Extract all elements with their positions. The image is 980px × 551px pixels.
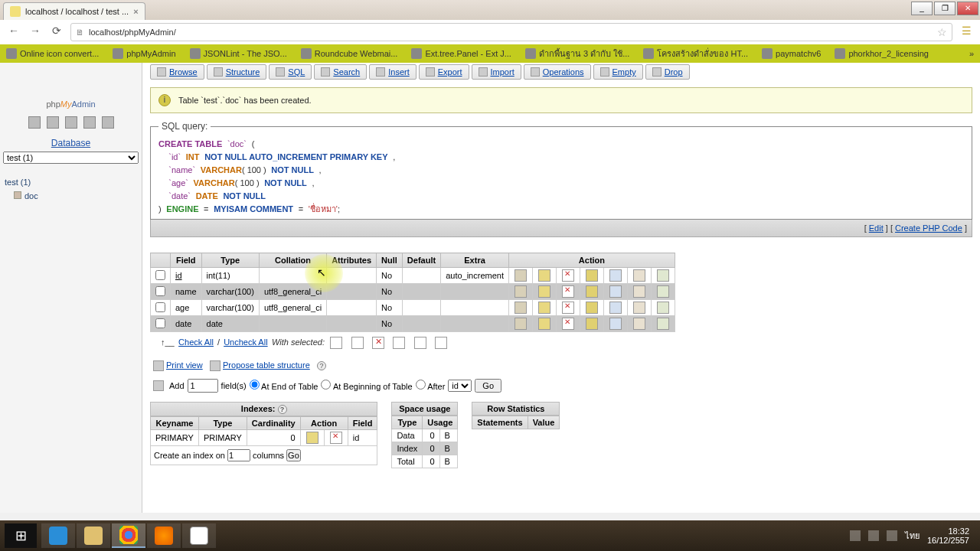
index-cols-input[interactable] xyxy=(227,449,250,461)
row-browse-icon[interactable] xyxy=(514,269,527,282)
task-app-ie[interactable] xyxy=(41,523,75,548)
tab-drop[interactable]: Drop xyxy=(645,64,690,80)
tab-insert[interactable]: Insert xyxy=(369,64,416,80)
ws-browse-icon[interactable] xyxy=(330,337,342,349)
pos-end-radio[interactable] xyxy=(250,380,260,390)
database-select[interactable]: test (1) xyxy=(3,152,139,164)
window-minimize-button[interactable]: _ xyxy=(911,2,933,15)
tab-structure[interactable]: Structure xyxy=(207,64,267,80)
row-drop-icon[interactable] xyxy=(562,269,574,282)
window-maximize-button[interactable]: ❐ xyxy=(934,2,956,15)
index-go-button[interactable]: Go xyxy=(286,449,301,461)
task-app-recorder[interactable] xyxy=(182,523,216,548)
bookmark-item[interactable]: โครงสร้างดำสั่งของ HT... xyxy=(643,47,748,60)
pos-after-radio[interactable] xyxy=(416,380,426,390)
browser-tab[interactable]: localhost / localhost / test ... × xyxy=(3,2,145,20)
help-icon[interactable]: ? xyxy=(278,405,287,414)
tab-sql[interactable]: SQL xyxy=(269,64,312,80)
ws-unique-icon[interactable] xyxy=(414,337,426,349)
propose-structure-link[interactable]: Propose table structure xyxy=(223,360,310,370)
row-primary-icon[interactable] xyxy=(586,269,598,282)
row-unique-icon[interactable] xyxy=(609,318,622,330)
index-edit-icon[interactable] xyxy=(306,432,318,444)
menu-icon[interactable]: ☰ xyxy=(959,24,974,40)
ws-index-icon[interactable] xyxy=(435,337,447,349)
row-fulltext-icon[interactable] xyxy=(657,269,669,282)
sql-create-php-link[interactable]: Create PHP Code xyxy=(895,223,962,233)
task-app-chrome[interactable] xyxy=(112,523,145,548)
row-unique-icon[interactable] xyxy=(609,302,622,314)
tab-operations[interactable]: Operations xyxy=(524,64,591,80)
check-all-link[interactable]: Check All xyxy=(178,337,214,347)
row-index-icon[interactable] xyxy=(633,302,645,314)
row-index-icon[interactable] xyxy=(633,285,645,298)
bookmark-item[interactable]: Ext.tree.Panel - Ext J... xyxy=(411,48,511,59)
row-fulltext-icon[interactable] xyxy=(657,302,669,314)
home-icon[interactable] xyxy=(28,116,41,129)
ws-primary-icon[interactable] xyxy=(393,337,405,349)
row-edit-icon[interactable] xyxy=(538,269,550,282)
logout-icon[interactable] xyxy=(47,116,59,129)
row-drop-icon[interactable] xyxy=(562,302,574,314)
tray-icon[interactable] xyxy=(887,530,897,541)
row-unique-icon[interactable] xyxy=(609,285,622,298)
tab-export[interactable]: Export xyxy=(419,64,469,80)
sql-edit-link[interactable]: Edit xyxy=(869,223,884,233)
bookmarks-overflow-icon[interactable]: » xyxy=(969,49,974,58)
ws-edit-icon[interactable] xyxy=(351,337,364,349)
start-button[interactable]: ⊞ xyxy=(5,523,37,548)
row-index-icon[interactable] xyxy=(633,269,645,282)
row-primary-icon[interactable] xyxy=(586,285,598,298)
bookmark-item[interactable]: phorkhor_2_licensing xyxy=(835,48,929,59)
ws-drop-icon[interactable]: ✕ xyxy=(372,337,384,349)
bookmark-item[interactable]: JSONLint - The JSO... xyxy=(190,48,287,59)
bookmark-item[interactable]: phpMyAdmin xyxy=(113,48,175,59)
tray-icon[interactable] xyxy=(850,530,861,541)
row-browse-icon[interactable] xyxy=(514,318,527,330)
nav-forward-icon[interactable]: → xyxy=(28,24,43,40)
task-app-explorer[interactable] xyxy=(77,523,110,548)
pos-begin-radio[interactable] xyxy=(321,380,331,390)
row-drop-icon[interactable] xyxy=(562,318,574,330)
sql-icon[interactable] xyxy=(65,116,77,129)
db-tree-table[interactable]: doc xyxy=(3,190,139,202)
row-checkbox[interactable] xyxy=(155,286,165,296)
row-primary-icon[interactable] xyxy=(586,318,598,330)
window-close-button[interactable]: ✕ xyxy=(957,2,978,15)
help-icon[interactable]: ? xyxy=(317,361,326,370)
row-drop-icon[interactable] xyxy=(562,285,574,298)
row-browse-icon[interactable] xyxy=(514,285,527,298)
row-unique-icon[interactable] xyxy=(609,269,622,282)
row-browse-icon[interactable] xyxy=(514,302,527,314)
tab-close-icon[interactable]: × xyxy=(133,7,138,16)
nav-reload-icon[interactable]: ⟳ xyxy=(49,24,64,40)
tray-lang[interactable]: ไทย xyxy=(905,529,920,543)
row-checkbox[interactable] xyxy=(155,270,165,280)
tab-search[interactable]: Search xyxy=(314,64,367,80)
row-checkbox[interactable] xyxy=(155,318,165,328)
row-edit-icon[interactable] xyxy=(538,285,550,298)
nav-back-icon[interactable]: ← xyxy=(6,24,21,40)
row-fulltext-icon[interactable] xyxy=(657,318,669,330)
tab-empty[interactable]: Empty xyxy=(593,64,643,80)
task-app-firefox[interactable] xyxy=(147,523,181,548)
row-fulltext-icon[interactable] xyxy=(657,285,669,298)
star-icon[interactable]: ☆ xyxy=(937,26,947,38)
row-edit-icon[interactable] xyxy=(538,318,550,330)
address-bar[interactable]: 🗎 localhost/phpMyAdmin/ ☆ xyxy=(70,23,952,41)
print-view-link[interactable]: Print view xyxy=(166,360,203,370)
bookmark-item[interactable]: ดำกพื้นฐาน 3 ดำกับ ใช้... xyxy=(525,47,629,60)
index-drop-icon[interactable] xyxy=(330,432,342,444)
taskbar-clock[interactable]: 18:3216/12/2557 xyxy=(927,527,969,545)
reload-icon[interactable] xyxy=(102,116,114,129)
bookmark-item[interactable]: Roundcube Webmai... xyxy=(301,48,398,59)
add-count-input[interactable] xyxy=(188,379,218,393)
row-index-icon[interactable] xyxy=(633,318,645,330)
bookmark-item[interactable]: paymatchv6 xyxy=(762,48,821,59)
tab-browse[interactable]: Browse xyxy=(150,64,204,80)
docs-icon[interactable] xyxy=(83,116,96,129)
tab-import[interactable]: Import xyxy=(472,64,521,80)
row-primary-icon[interactable] xyxy=(586,302,598,314)
row-checkbox[interactable] xyxy=(155,302,165,312)
tray-icon[interactable] xyxy=(868,530,879,541)
